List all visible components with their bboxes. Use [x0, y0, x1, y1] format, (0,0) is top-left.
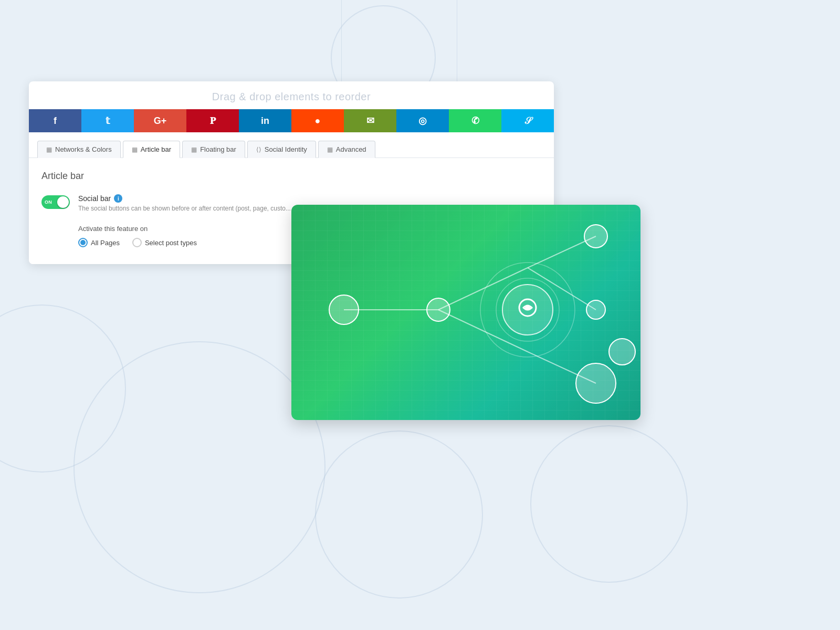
toggle-title: Social bar i: [78, 194, 291, 203]
radio-option-0[interactable]: All Pages: [78, 238, 120, 247]
tab-label: Article bar: [141, 145, 172, 153]
toggle-info: Social bar i The social buttons can be s…: [78, 194, 291, 212]
bg-vline-2: [457, 0, 457, 81]
advanced-tab[interactable]: ▦Advanced: [318, 141, 375, 158]
social-btn-skype[interactable]: 𝒮: [501, 109, 554, 132]
toggle-description: The social buttons can be shown before o…: [78, 205, 291, 212]
tab-label: Networks & Colors: [55, 145, 112, 153]
social-bar-toggle[interactable]: ON: [41, 195, 70, 209]
share-icon: ⟨⟩: [256, 146, 261, 153]
social-btn-pinterest[interactable]: 𝐏: [186, 109, 239, 132]
grid-icon: ▦: [191, 146, 197, 153]
green-promo-card: [291, 205, 640, 420]
social-network-bar: f𝕥G+𝐏in●✉◎✆𝒮: [29, 109, 554, 132]
social-identity-tab[interactable]: ⟨⟩Social Identity: [247, 141, 316, 158]
article-bar-tab[interactable]: ▦Article bar: [123, 141, 181, 158]
grid-icon: ▦: [327, 146, 333, 153]
floating-bar-tab[interactable]: ▦Floating bar: [182, 141, 245, 158]
networks-colors-tab[interactable]: ▦Networks & Colors: [37, 141, 121, 158]
bg-circle-bottom-right: [530, 425, 688, 583]
social-btn-linkedin[interactable]: in: [239, 109, 291, 132]
toggle-knob: [57, 196, 69, 208]
tabs-bar: ▦Networks & Colors▦Article bar▦Floating …: [29, 132, 554, 158]
social-btn-reddit[interactable]: ●: [291, 109, 344, 132]
green-card-texture: [291, 205, 640, 420]
social-btn-whatsapp[interactable]: ✆: [449, 109, 501, 132]
radio-inner: [80, 240, 86, 245]
social-btn-twitter[interactable]: 𝕥: [81, 109, 134, 132]
radio-circle-0: [78, 238, 88, 247]
grid-icon: ▦: [132, 146, 138, 153]
social-btn-email[interactable]: ✉: [344, 109, 396, 132]
info-icon[interactable]: i: [114, 194, 122, 203]
tab-label: Advanced: [336, 145, 366, 153]
radio-circle-1: [132, 238, 142, 247]
social-btn-google-plus[interactable]: G+: [134, 109, 186, 132]
radio-label-1: Select post types: [145, 239, 197, 247]
toggle-on-label: ON: [45, 200, 52, 205]
tab-label: Social Identity: [265, 145, 307, 153]
radio-option-1[interactable]: Select post types: [132, 238, 197, 247]
bg-circle-1: [0, 304, 126, 472]
drag-drop-header: Drag & drop elements to reorder: [29, 81, 554, 109]
social-btn-facebook[interactable]: f: [29, 109, 81, 132]
bg-circle-bottom-center: [315, 430, 483, 598]
section-title: Article bar: [41, 171, 541, 182]
bg-circle-2: [74, 341, 326, 593]
tab-label: Floating bar: [200, 145, 236, 153]
radio-label-0: All Pages: [91, 239, 120, 247]
social-btn-telegram[interactable]: ◎: [396, 109, 449, 132]
grid-icon: ▦: [46, 146, 52, 153]
